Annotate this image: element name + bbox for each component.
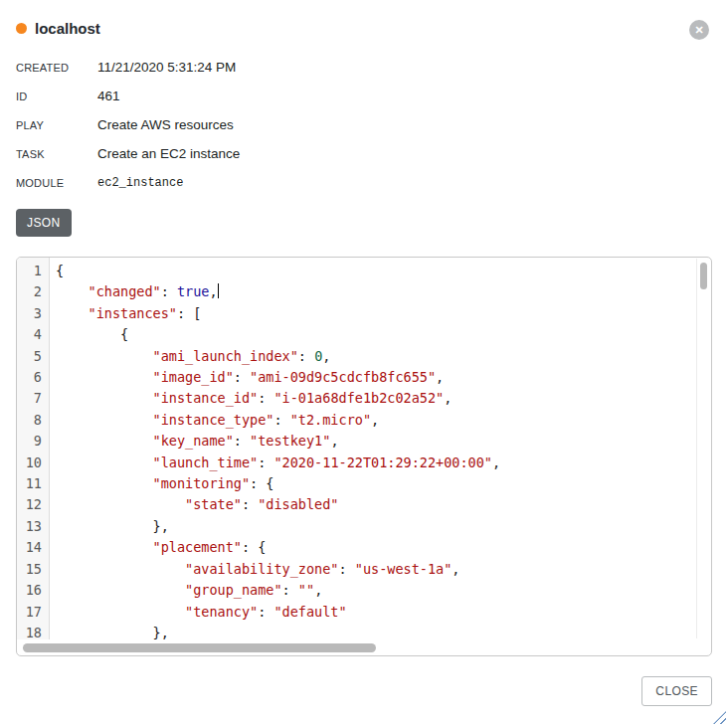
json-tab-button[interactable]: JSON <box>16 209 72 237</box>
code-line: { <box>56 261 696 281</box>
line-number: 17 <box>17 602 42 623</box>
code-line: "instances": [ <box>56 303 696 324</box>
host-event-modal: localhost ✕ CREATED11/21/2020 5:31:24 PM… <box>0 0 728 726</box>
resize-grip-icon[interactable] <box>713 711 726 724</box>
detail-label: PLAY <box>16 119 97 131</box>
json-editor[interactable]: 123456789101112131415161718 { "changed":… <box>16 257 712 656</box>
close-icon[interactable]: ✕ <box>689 20 709 40</box>
code-line: "placement": { <box>56 537 696 558</box>
code-line: "launch_time": "2020-11-22T01:29:22+00:0… <box>56 453 696 473</box>
line-number: 4 <box>17 324 42 345</box>
code-line: "changed": true, <box>56 281 696 302</box>
code-area[interactable]: 123456789101112131415161718 { "changed":… <box>17 258 696 639</box>
line-number: 11 <box>17 473 42 494</box>
line-number: 9 <box>17 431 42 452</box>
detail-label: MODULE <box>16 177 97 189</box>
detail-row: MODULEec2_instance <box>16 168 698 197</box>
vertical-scrollbar[interactable] <box>696 259 710 638</box>
code-line: }, <box>56 623 696 639</box>
code-line: "availability_zone": "us-west-1a", <box>56 559 696 580</box>
code-line: "instance_type": "t2.micro", <box>56 410 696 431</box>
line-number-gutter: 123456789101112131415161718 <box>17 258 50 639</box>
line-number: 13 <box>17 516 42 537</box>
line-number: 5 <box>17 346 42 367</box>
code-line: "state": "disabled" <box>56 494 696 515</box>
code-line: "tenancy": "default" <box>56 602 696 623</box>
close-button[interactable]: CLOSE <box>641 676 712 706</box>
code-line: "monitoring": { <box>56 473 696 494</box>
detail-label: TASK <box>16 148 97 160</box>
horizontal-scrollbar[interactable] <box>18 640 696 654</box>
code-line: "group_name": "", <box>56 580 696 601</box>
line-number: 2 <box>17 281 42 302</box>
line-number: 7 <box>17 388 42 409</box>
line-number: 1 <box>17 261 42 281</box>
detail-row: ID461 <box>16 82 698 110</box>
code-line: "image_id": "ami-09d9c5cdcfb8fc655", <box>56 367 696 388</box>
line-number: 18 <box>17 623 42 639</box>
detail-value: Create AWS resources <box>97 117 234 132</box>
code-line: "instance_id": "i-01a68dfe1b2c02a52", <box>56 388 696 409</box>
line-number: 6 <box>17 367 42 388</box>
line-number: 15 <box>17 559 42 580</box>
line-number: 3 <box>17 303 42 324</box>
event-details: CREATED11/21/2020 5:31:24 PMID461PLAYCre… <box>16 53 698 197</box>
detail-row: CREATED11/21/2020 5:31:24 PM <box>16 53 698 82</box>
detail-value: 11/21/2020 5:31:24 PM <box>97 60 236 75</box>
vertical-scrollbar-thumb[interactable] <box>700 263 707 289</box>
code-line: "key_name": "testkey1", <box>56 431 696 452</box>
code-line: }, <box>56 516 696 537</box>
line-number: 8 <box>17 410 42 431</box>
code-lines: { "changed": true, "instances": [ { "ami… <box>50 258 696 639</box>
detail-value: ec2_instance <box>97 176 183 190</box>
detail-label: CREATED <box>16 62 97 74</box>
line-number: 12 <box>17 494 42 515</box>
detail-row: PLAYCreate AWS resources <box>16 110 698 139</box>
line-number: 16 <box>17 580 42 601</box>
code-line: "ami_launch_index": 0, <box>56 346 696 367</box>
text-cursor <box>218 283 219 298</box>
horizontal-scrollbar-thumb[interactable] <box>23 643 376 652</box>
line-number: 10 <box>17 453 42 473</box>
detail-row: TASKCreate an EC2 instance <box>16 139 698 168</box>
host-status-dot <box>16 23 27 34</box>
detail-value: Create an EC2 instance <box>97 146 240 161</box>
line-number: 14 <box>17 537 42 558</box>
detail-label: ID <box>16 91 97 102</box>
code-line: { <box>56 324 696 345</box>
host-title: localhost <box>35 20 100 37</box>
detail-value: 461 <box>97 89 120 103</box>
modal-header: localhost <box>16 20 680 37</box>
